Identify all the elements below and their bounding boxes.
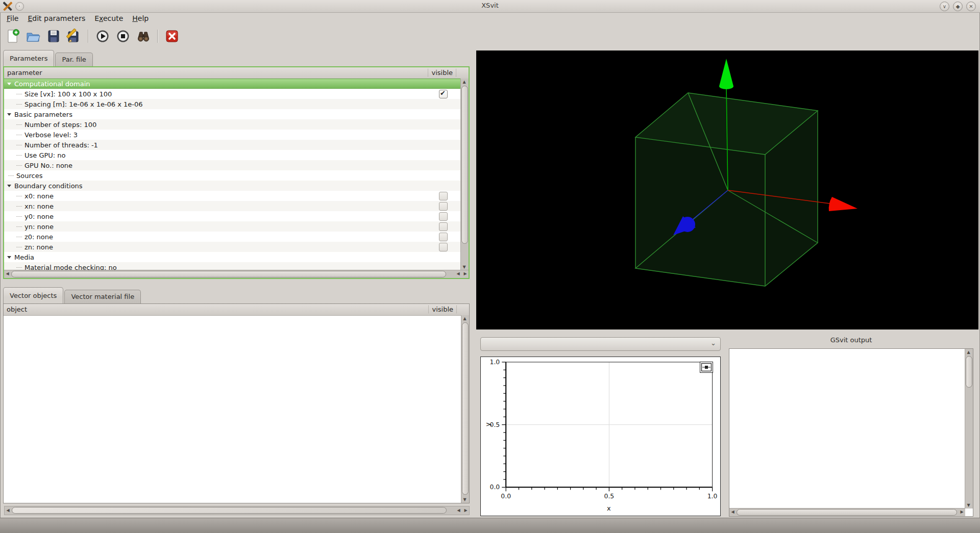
find-button[interactable]: [135, 28, 152, 45]
close-button[interactable]: ✕: [966, 2, 976, 11]
menu-execute[interactable]: Execute: [90, 13, 128, 24]
scroll-up-icon[interactable]: ▲: [965, 349, 972, 356]
vector-vertical-scrollbar[interactable]: ▲ ▼: [461, 315, 469, 503]
vector-tabbar: Vector objectsVector material file: [3, 288, 470, 303]
3d-viewport[interactable]: [476, 50, 978, 329]
tree-row-label: Media: [14, 253, 34, 261]
save-as-icon: [66, 29, 82, 44]
visible-checkbox[interactable]: [439, 222, 448, 231]
visible-checkbox[interactable]: [439, 202, 448, 211]
tree-horizontal-scrollbar[interactable]: ◀ ◀ ▶: [4, 270, 469, 278]
xsvit-window: XSvit ∨◆✕ FileEdit parametersExecuteHelp…: [0, 0, 980, 533]
tab-par-file[interactable]: Par. file: [55, 53, 92, 66]
stop-icon: [115, 29, 131, 44]
tree-row[interactable]: zn: none: [4, 242, 461, 252]
tree-row[interactable]: yn: none: [4, 221, 461, 232]
tree-row-label: zn: none: [24, 243, 53, 251]
scrollbar-thumb[interactable]: [12, 507, 447, 514]
scroll-left-icon[interactable]: ◀: [455, 270, 461, 277]
tree-row[interactable]: y0: none: [4, 211, 461, 221]
domain-cube-scene: [476, 50, 978, 329]
new-file-button[interactable]: [4, 28, 21, 45]
tree-row[interactable]: Spacing [m]: 1e-06 x 1e-06 x 1e-06: [4, 99, 461, 109]
tree-row[interactable]: Number of steps: 100: [4, 119, 461, 130]
vector-horizontal-scrollbar[interactable]: ◀ ◀ ▶: [4, 506, 470, 515]
quit-icon: [164, 29, 180, 44]
tab-vector-material-file[interactable]: Vector material file: [64, 290, 141, 303]
tree-row[interactable]: xn: none: [4, 201, 461, 211]
toolbar-separator: [157, 30, 158, 43]
expander-icon[interactable]: [7, 185, 11, 187]
svg-text:0.0: 0.0: [490, 483, 500, 491]
tree-row[interactable]: z0: none: [4, 232, 461, 242]
tab-parameters[interactable]: Parameters: [3, 50, 54, 66]
run-button[interactable]: [94, 28, 111, 45]
visible-checkbox[interactable]: [439, 212, 448, 221]
tree-row-label: GPU No.: none: [24, 162, 72, 169]
tree-row[interactable]: Boundary conditions: [4, 181, 461, 191]
tree-row-label: Computational domain: [14, 80, 90, 88]
menu-help[interactable]: Help: [128, 13, 153, 24]
vector-objects-panel: object visible ▲ ▼: [3, 303, 470, 503]
tree-row[interactable]: Number of threads: -1: [4, 140, 461, 150]
expander-icon[interactable]: [7, 256, 11, 259]
vector-list[interactable]: [4, 315, 461, 495]
tree-row[interactable]: GPU No.: none: [4, 160, 461, 170]
tree-row[interactable]: Material mode checking: no: [4, 262, 461, 270]
tab-vector-objects[interactable]: Vector objects: [3, 287, 63, 303]
output-select[interactable]: ⌄: [480, 337, 721, 351]
xy-graph: 0.00.51.0 0.00.51.0 x y: [481, 357, 720, 516]
output-horizontal-scrollbar[interactable]: ◀ ▶: [729, 508, 965, 516]
scroll-left-icon[interactable]: ◀: [5, 507, 11, 514]
visible-checkbox[interactable]: [439, 90, 448, 98]
scroll-up-icon[interactable]: ▲: [461, 315, 468, 322]
scroll-right-icon[interactable]: ▶: [462, 507, 469, 514]
scroll-right-icon[interactable]: ▶: [959, 509, 965, 515]
visible-checkbox[interactable]: [439, 233, 448, 241]
scroll-left-icon[interactable]: ◀: [455, 507, 462, 514]
menu-file[interactable]: File: [2, 13, 23, 24]
output-vertical-scrollbar[interactable]: ▲ ▼: [965, 349, 973, 509]
tree-vertical-scrollbar[interactable]: ▲ ▼: [460, 79, 469, 270]
tree-row[interactable]: Computational domain: [4, 79, 461, 89]
svg-text:1.0: 1.0: [707, 492, 718, 500]
maximize-button[interactable]: ◆: [953, 2, 963, 11]
tree-row-label: Spacing [m]: 1e-06 x 1e-06 x 1e-06: [24, 100, 143, 108]
tree-row[interactable]: Verbose level: 3: [4, 130, 461, 140]
scrollbar-thumb[interactable]: [461, 86, 468, 244]
tree-row[interactable]: Use GPU: no: [4, 150, 461, 160]
scrollbar-thumb[interactable]: [737, 509, 957, 516]
quit-button[interactable]: [163, 28, 181, 45]
expander-icon[interactable]: [7, 113, 11, 116]
tree-row-label: Verbose level: 3: [24, 131, 78, 139]
visible-checkbox[interactable]: [439, 243, 448, 251]
tree-row[interactable]: Basic parameters: [4, 109, 461, 119]
scroll-down-icon[interactable]: ▼: [461, 496, 468, 503]
tree-row[interactable]: Media: [4, 252, 461, 262]
menu-edit-parameters[interactable]: Edit parameters: [23, 13, 90, 24]
tree-row[interactable]: Sources: [4, 170, 461, 181]
scroll-left-icon[interactable]: ◀: [729, 509, 736, 515]
save-as-button[interactable]: [65, 28, 83, 45]
save-file-button[interactable]: [45, 28, 62, 45]
open-file-button[interactable]: [24, 28, 42, 45]
gsvit-output-text[interactable]: [729, 349, 965, 509]
tree-row[interactable]: x0: none: [4, 191, 461, 201]
scroll-right-icon[interactable]: ▶: [462, 270, 469, 277]
minimize-button[interactable]: ∨: [940, 2, 949, 11]
new-file-icon: [5, 29, 20, 44]
scroll-down-icon[interactable]: ▼: [965, 502, 972, 509]
visible-checkbox[interactable]: [439, 192, 448, 200]
column-visible: visible: [428, 69, 456, 77]
save-file-icon: [46, 29, 61, 44]
column-visible: visible: [428, 306, 457, 313]
scrollbar-thumb[interactable]: [11, 271, 446, 277]
scrollbar-thumb[interactable]: [966, 356, 972, 388]
scroll-left-icon[interactable]: ◀: [4, 270, 11, 277]
scroll-up-icon[interactable]: ▲: [461, 79, 468, 85]
stop-button[interactable]: [114, 28, 132, 45]
tree-row[interactable]: Size [vx]: 100 x 100 x 100: [4, 89, 461, 99]
graph-settings-button[interactable]: [700, 362, 713, 373]
expander-icon[interactable]: [7, 83, 11, 85]
scrollbar-thumb[interactable]: [462, 322, 469, 495]
